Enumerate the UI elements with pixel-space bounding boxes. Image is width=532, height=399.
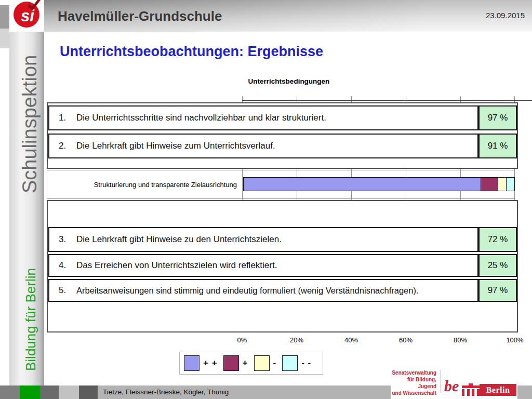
berlin-wordmark: Berlin — [480, 384, 516, 396]
statement-value: 91 % — [478, 134, 517, 158]
x-axis-label: 100% — [499, 336, 530, 344]
statement-number: 2. — [49, 141, 76, 151]
x-axis-label: 40% — [336, 336, 367, 344]
senate-line: und Wissenschaft — [390, 390, 436, 396]
decorative-square-light — [0, 29, 9, 48]
bar-segment-minus-minus — [506, 178, 514, 191]
statement-value: 97 % — [478, 279, 517, 302]
statement-text: Die Lehrkraft gibt Hinweise zum Unterric… — [76, 141, 275, 151]
legend-swatch-plus-plus — [184, 355, 200, 371]
x-axis-label: 0% — [227, 336, 258, 344]
bar-segment-plus-plus — [244, 178, 481, 191]
footer-square-gray — [40, 385, 59, 399]
statement-number: 3. — [49, 234, 76, 245]
legend: + + + - - - — [179, 352, 323, 375]
legend-label-plus: + — [243, 358, 248, 368]
x-axis-label: 80% — [445, 336, 476, 344]
statement-row: 5. Arbeitsanweisungen sind stimmig und e… — [48, 279, 478, 302]
decorative-square-dark — [0, 5, 9, 29]
bar-segment-minus — [498, 178, 506, 191]
senate-logo-text: Senatsverwaltung für Bildung, Jugend und… — [390, 369, 436, 396]
footer-square-gray — [0, 385, 20, 399]
statements-box-upper: 1. Die Unterrichtsschritte sind nachvoll… — [47, 102, 518, 169]
statement-value: 97 % — [478, 105, 517, 130]
statement-number: 5. — [49, 285, 76, 296]
sidebar-label-schulinspektion: Schulinspektion — [19, 55, 41, 193]
page-title: Unterrichtsbeobachtungen: Ergebnisse — [60, 44, 323, 60]
checkmark-icon — [26, 0, 42, 12]
statement-value: 25 % — [478, 254, 517, 277]
footer-square-dark — [79, 385, 98, 399]
slide-date: 23.09.2015 — [486, 11, 525, 20]
legend-swatch-minus — [254, 355, 270, 371]
statement-row: 4. Das Erreichen von Unterrichtszielen w… — [48, 254, 478, 277]
plot-top-border — [242, 100, 532, 101]
header-bar: Havelmüller-Grundschule 23.09.2015 — [44, 0, 532, 32]
bar-segment-plus — [481, 178, 498, 191]
legend-label-minus-minus: - - — [301, 358, 311, 368]
statement-number: 4. — [49, 260, 76, 271]
si-logo: si — [9, 0, 44, 32]
x-axis-label: 60% — [390, 336, 421, 344]
footer-authors: Tietze, Fleissner-Brieske, Kögler, Thuni… — [103, 385, 229, 399]
statement-row: 2. Die Lehrkraft gibt Hinweise zum Unter… — [48, 134, 478, 158]
senate-line: für Bildung, Jugend — [390, 376, 436, 390]
statement-text: Die Unterrichtsschritte sind nachvollzie… — [76, 113, 326, 123]
stacked-bar — [243, 177, 515, 191]
brandenburg-gate-icon — [462, 383, 480, 396]
be-berlin-be-text: be — [444, 377, 459, 395]
footer-square-green — [20, 385, 40, 399]
chart-title: Unterrichtsbedingungen — [156, 77, 422, 85]
statement-row: 1. Die Unterrichtsschritte sind nachvoll… — [48, 105, 478, 130]
x-axis-label: 20% — [281, 336, 312, 344]
footer-square-light — [59, 385, 79, 399]
statement-text: Arbeitsanweisungen sind stimmig und eind… — [76, 286, 419, 296]
statement-text: Das Erreichen von Unterrichtszielen wird… — [76, 260, 277, 271]
senate-line: Senatsverwaltung — [390, 369, 436, 376]
sidebar-label-bildung-fuer-berlin: Bildung für Berlin — [23, 268, 39, 371]
category-label: Strukturierung und transparente Zielausr… — [94, 181, 237, 189]
statement-value: 72 % — [478, 227, 517, 252]
statements-box-lower: 3. Die Lehrkraft gibt Hinweise zu den Un… — [47, 200, 518, 332]
school-name: Havelmüller-Grundschule — [58, 8, 222, 24]
legend-label-minus: - — [273, 358, 277, 368]
category-band-line — [242, 170, 515, 170]
legend-swatch-minus-minus — [282, 355, 298, 371]
legend-swatch-plus — [223, 355, 239, 371]
category-band-line — [242, 198, 515, 199]
legend-label-plus-plus: + + — [203, 358, 218, 368]
category-label-box: Strukturierung und transparente Zielausr… — [47, 170, 243, 199]
slide: Havelmüller-Grundschule 23.09.2015 si Sc… — [0, 0, 532, 399]
senate-logo-divider — [441, 370, 441, 393]
statement-number: 1. — [49, 113, 76, 123]
statement-row: 3. Die Lehrkraft gibt Hinweise zu den Un… — [48, 227, 478, 252]
statement-text: Die Lehrkraft gibt Hinweise zu den Unter… — [76, 234, 282, 245]
